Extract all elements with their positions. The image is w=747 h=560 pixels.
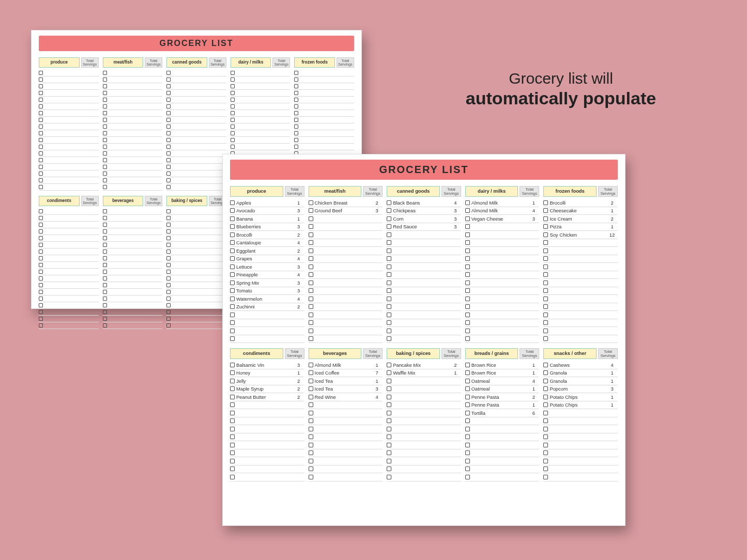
checkbox[interactable] <box>543 370 548 375</box>
checkbox[interactable] <box>230 232 235 237</box>
checkbox[interactable] <box>294 98 298 102</box>
checkbox[interactable] <box>166 323 171 328</box>
checkbox[interactable] <box>39 91 43 95</box>
checkbox[interactable] <box>166 290 171 294</box>
checkbox[interactable] <box>543 434 548 439</box>
checkbox[interactable] <box>294 125 298 129</box>
checkbox[interactable] <box>294 84 298 88</box>
checkbox[interactable] <box>309 240 313 245</box>
checkbox[interactable] <box>103 290 107 294</box>
checkbox[interactable] <box>166 131 171 135</box>
checkbox[interactable] <box>166 250 171 254</box>
checkbox[interactable] <box>309 370 313 375</box>
checkbox[interactable] <box>465 329 470 333</box>
checkbox[interactable] <box>465 265 470 269</box>
checkbox[interactable] <box>230 256 235 261</box>
checkbox[interactable] <box>543 216 548 221</box>
checkbox[interactable] <box>231 104 235 108</box>
checkbox[interactable] <box>294 104 298 108</box>
checkbox[interactable] <box>166 263 171 267</box>
checkbox[interactable] <box>103 283 107 287</box>
checkbox[interactable] <box>294 71 298 75</box>
checkbox[interactable] <box>231 131 235 135</box>
checkbox[interactable] <box>166 71 171 75</box>
checkbox[interactable] <box>387 272 391 277</box>
checkbox[interactable] <box>166 84 171 88</box>
checkbox[interactable] <box>543 313 548 317</box>
checkbox[interactable] <box>231 118 235 122</box>
checkbox[interactable] <box>230 336 235 341</box>
checkbox[interactable] <box>166 118 171 122</box>
checkbox[interactable] <box>387 395 391 399</box>
checkbox[interactable] <box>103 270 107 274</box>
checkbox[interactable] <box>309 466 313 471</box>
checkbox[interactable] <box>39 290 43 294</box>
checkbox[interactable] <box>230 313 235 317</box>
checkbox[interactable] <box>166 125 171 129</box>
checkbox[interactable] <box>387 379 391 383</box>
checkbox[interactable] <box>166 270 171 274</box>
checkbox[interactable] <box>230 443 235 447</box>
checkbox[interactable] <box>543 304 548 309</box>
checkbox[interactable] <box>39 283 43 287</box>
checkbox[interactable] <box>166 98 171 102</box>
checkbox[interactable] <box>309 256 313 261</box>
checkbox[interactable] <box>230 402 235 407</box>
checkbox[interactable] <box>231 98 235 102</box>
checkbox[interactable] <box>465 434 470 439</box>
checkbox[interactable] <box>166 185 171 189</box>
checkbox[interactable] <box>309 395 313 399</box>
checkbox[interactable] <box>465 459 470 463</box>
checkbox[interactable] <box>103 263 107 267</box>
checkbox[interactable] <box>543 200 548 205</box>
checkbox[interactable] <box>387 329 391 333</box>
checkbox[interactable] <box>309 450 313 455</box>
checkbox[interactable] <box>230 418 235 423</box>
checkbox[interactable] <box>294 77 298 82</box>
checkbox[interactable] <box>39 209 43 213</box>
checkbox[interactable] <box>103 310 107 314</box>
checkbox[interactable] <box>465 240 470 245</box>
checkbox[interactable] <box>230 248 235 253</box>
checkbox[interactable] <box>166 317 171 321</box>
checkbox[interactable] <box>166 91 171 95</box>
checkbox[interactable] <box>39 178 43 182</box>
checkbox[interactable] <box>230 466 235 471</box>
checkbox[interactable] <box>543 402 548 407</box>
checkbox[interactable] <box>230 224 235 229</box>
checkbox[interactable] <box>387 370 391 375</box>
checkbox[interactable] <box>103 256 107 260</box>
checkbox[interactable] <box>39 236 43 240</box>
checkbox[interactable] <box>39 111 43 115</box>
checkbox[interactable] <box>103 209 107 213</box>
checkbox[interactable] <box>230 329 235 333</box>
checkbox[interactable] <box>309 297 313 301</box>
checkbox[interactable] <box>543 427 548 431</box>
checkbox[interactable] <box>465 232 470 237</box>
checkbox[interactable] <box>387 336 391 341</box>
checkbox[interactable] <box>39 165 43 169</box>
checkbox[interactable] <box>387 304 391 309</box>
checkbox[interactable] <box>39 276 43 281</box>
checkbox[interactable] <box>309 418 313 423</box>
checkbox[interactable] <box>39 270 43 274</box>
checkbox[interactable] <box>103 125 107 129</box>
checkbox[interactable] <box>103 243 107 247</box>
checkbox[interactable] <box>166 151 171 155</box>
checkbox[interactable] <box>166 165 171 169</box>
checkbox[interactable] <box>231 91 235 95</box>
checkbox[interactable] <box>309 281 313 285</box>
checkbox[interactable] <box>166 256 171 260</box>
checkbox[interactable] <box>103 138 107 142</box>
checkbox[interactable] <box>166 236 171 240</box>
checkbox[interactable] <box>543 379 548 383</box>
checkbox[interactable] <box>39 263 43 267</box>
checkbox[interactable] <box>543 224 548 229</box>
checkbox[interactable] <box>465 418 470 423</box>
checkbox[interactable] <box>103 165 107 169</box>
checkbox[interactable] <box>465 288 470 293</box>
checkbox[interactable] <box>465 224 470 229</box>
checkbox[interactable] <box>166 303 171 307</box>
checkbox[interactable] <box>543 475 548 479</box>
checkbox[interactable] <box>103 158 107 162</box>
